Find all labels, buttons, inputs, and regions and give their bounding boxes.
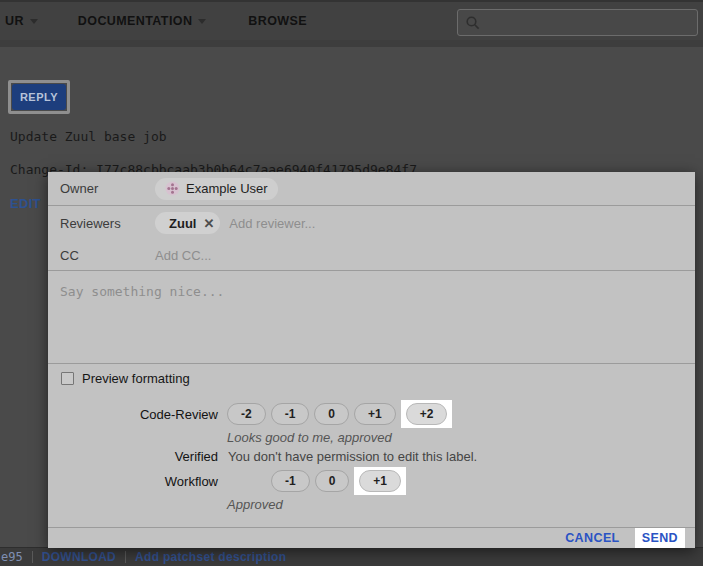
- reviewer-chip[interactable]: Zuul ✕: [155, 212, 220, 234]
- preview-formatting-checkbox[interactable]: [61, 372, 74, 385]
- nav-menu-documentation-label: DOCUMENTATION: [78, 14, 192, 28]
- send-button-highlight: SEND: [635, 528, 685, 548]
- nav-menu-documentation[interactable]: DOCUMENTATION: [78, 14, 206, 28]
- owner-chip-label: Example User: [186, 181, 268, 196]
- cancel-button[interactable]: CANCEL: [565, 531, 619, 545]
- reviewers-row: Reviewers Zuul ✕ Add reviewer...: [48, 206, 695, 240]
- workflow-minus1-button[interactable]: -1: [271, 470, 310, 492]
- owner-label: Owner: [60, 181, 155, 196]
- sha-fragment: e95: [1, 550, 23, 564]
- commit-message-title: Update Zuul base job: [10, 129, 167, 144]
- remove-reviewer-icon[interactable]: ✕: [203, 216, 214, 231]
- message-placeholder: Say something nice...: [60, 284, 224, 299]
- avatar: [165, 181, 180, 196]
- screen: UR DOCUMENTATION BROWSE REPLY Update Zuu…: [0, 0, 703, 566]
- code-review-zero-button[interactable]: 0: [314, 403, 349, 425]
- preview-formatting-row: Preview formatting: [48, 364, 695, 393]
- nav-menu-ur-label: UR: [5, 14, 24, 28]
- header-divider: [0, 40, 703, 47]
- code-review-plus2-button[interactable]: +2: [406, 403, 448, 425]
- cc-row: CC Add CC...: [48, 240, 695, 271]
- bar-divider: [32, 551, 33, 563]
- reviewer-chip-label: Zuul: [169, 216, 196, 231]
- workflow-row: Workflow -1 0 +1: [48, 466, 695, 496]
- verified-label: Verified: [48, 449, 218, 464]
- code-review-buttons: -2 -1 0 +1 +2: [227, 400, 452, 428]
- verified-row: Verified You don't have permission to ed…: [48, 446, 695, 466]
- reply-dialog: Owner Example User Reviewers: [48, 172, 695, 548]
- send-button[interactable]: SEND: [642, 531, 678, 545]
- code-review-minus2-button[interactable]: -2: [227, 403, 266, 425]
- nav-menu-browse[interactable]: BROWSE: [248, 14, 307, 28]
- patchset-action-bar: e95 DOWNLOAD Add patchset description: [0, 547, 703, 566]
- chevron-down-icon: [198, 19, 206, 24]
- workflow-plus1-button[interactable]: +1: [359, 470, 401, 492]
- workflow-buttons: -1 0 +1: [271, 467, 406, 495]
- nav-menu-browse-label: BROWSE: [248, 14, 307, 28]
- add-reviewer-input[interactable]: Add reviewer...: [229, 216, 315, 231]
- code-review-row: Code-Review -2 -1 0 +1 +2: [48, 399, 695, 429]
- cc-label: CC: [60, 248, 155, 263]
- nav-menu-ur[interactable]: UR: [5, 14, 38, 28]
- search-input[interactable]: [457, 9, 698, 36]
- top-app-bar: UR DOCUMENTATION BROWSE: [0, 0, 703, 40]
- search-icon: [465, 15, 481, 31]
- score-labels-section: Code-Review -2 -1 0 +1 +2 Looks good to …: [48, 393, 695, 527]
- download-link[interactable]: DOWNLOAD: [42, 550, 116, 564]
- owner-chip[interactable]: Example User: [155, 178, 278, 200]
- code-review-minus1-button[interactable]: -1: [271, 403, 310, 425]
- reply-message-textarea[interactable]: Say something nice...: [48, 271, 695, 364]
- chevron-down-icon: [30, 19, 38, 24]
- add-patchset-description-link[interactable]: Add patchset description: [135, 550, 286, 564]
- bar-divider: [125, 551, 126, 563]
- reviewers-label: Reviewers: [60, 216, 155, 231]
- verified-permission-text: You don't have permission to edit this l…: [228, 449, 477, 464]
- workflow-description: Approved: [227, 496, 695, 513]
- reply-button-highlight: REPLY: [8, 80, 70, 114]
- edit-link[interactable]: EDIT: [10, 196, 41, 211]
- workflow-zero-button[interactable]: 0: [315, 470, 350, 492]
- reply-button[interactable]: REPLY: [12, 84, 66, 110]
- code-review-description: Looks good to me, approved: [227, 429, 695, 446]
- owner-row: Owner Example User: [48, 172, 695, 206]
- workflow-label: Workflow: [48, 474, 218, 489]
- code-review-plus1-button[interactable]: +1: [354, 403, 396, 425]
- add-cc-input[interactable]: Add CC...: [155, 248, 211, 263]
- code-review-plus2-highlight: +2: [401, 400, 453, 428]
- workflow-plus1-highlight: +1: [354, 467, 406, 495]
- code-review-label: Code-Review: [48, 407, 218, 422]
- dialog-footer: CANCEL SEND: [48, 527, 695, 547]
- preview-formatting-label: Preview formatting: [82, 371, 190, 386]
